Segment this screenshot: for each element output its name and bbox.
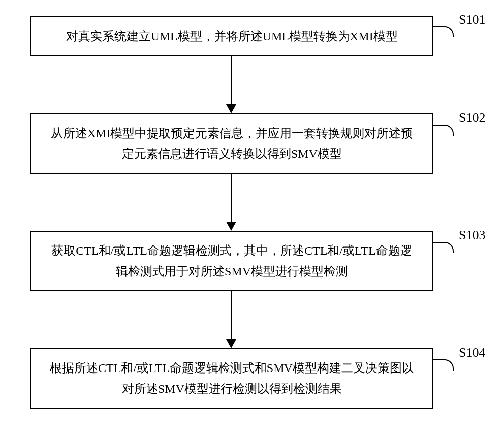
flowchart: 对真实系统建立UML模型，并将所述UML模型转换为XMI模型 S101 从所述X…	[30, 16, 474, 409]
flow-step-text: 从所述XMI模型中提取预定元素信息，并应用一套转换规则对所述预定元素信息进行语义…	[46, 123, 417, 164]
flow-step-text: 获取CTL和/或LTL命题逻辑检测式，其中，所述CTL和/或LTL命题逻辑检测式…	[46, 240, 417, 282]
flow-step-label: S104	[459, 345, 485, 360]
arrow-3-stem	[231, 291, 232, 339]
arrow-2-stem	[231, 174, 232, 222]
arrow-3-head	[226, 339, 236, 348]
flow-step-4: 根据所述CTL和/或LTL命题逻辑检测式和SMV模型构建二叉决策图以对所述SMV…	[30, 348, 433, 409]
arrow-2-head	[226, 222, 236, 231]
label-connector-2	[433, 125, 454, 136]
label-connector-3	[433, 242, 454, 253]
arrow-1-stem	[231, 56, 232, 104]
flow-step-text: 对真实系统建立UML模型，并将所述UML模型转换为XMI模型	[66, 26, 397, 47]
flow-step-label: S103	[459, 228, 485, 243]
flow-step-1: 对真实系统建立UML模型，并将所述UML模型转换为XMI模型	[30, 16, 433, 56]
flow-step-label: S101	[459, 12, 485, 27]
label-connector-1	[433, 26, 454, 37]
label-connector-4	[433, 359, 454, 371]
arrow-1-head	[226, 104, 236, 113]
flow-step-2: 从所述XMI模型中提取预定元素信息，并应用一套转换规则对所述预定元素信息进行语义…	[30, 113, 433, 174]
flow-step-text: 根据所述CTL和/或LTL命题逻辑检测式和SMV模型构建二叉决策图以对所述SMV…	[46, 358, 417, 399]
flow-step-3: 获取CTL和/或LTL命题逻辑检测式，其中，所述CTL和/或LTL命题逻辑检测式…	[30, 231, 433, 291]
flow-step-label: S102	[459, 110, 485, 126]
